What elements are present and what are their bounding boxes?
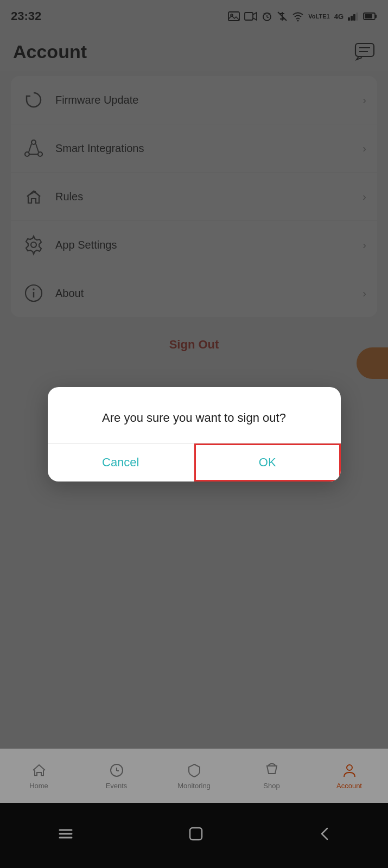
ok-button[interactable]: OK [194,443,341,481]
dialog-body: Are you sure you want to sign out? [48,387,341,443]
dialog-message: Are you sure you want to sign out? [64,409,325,427]
dialog-actions: Cancel OK [48,443,341,481]
dialog-overlay: Are you sure you want to sign out? Cance… [0,0,388,868]
cancel-button[interactable]: Cancel [48,443,195,481]
sign-out-dialog: Are you sure you want to sign out? Cance… [48,387,341,481]
